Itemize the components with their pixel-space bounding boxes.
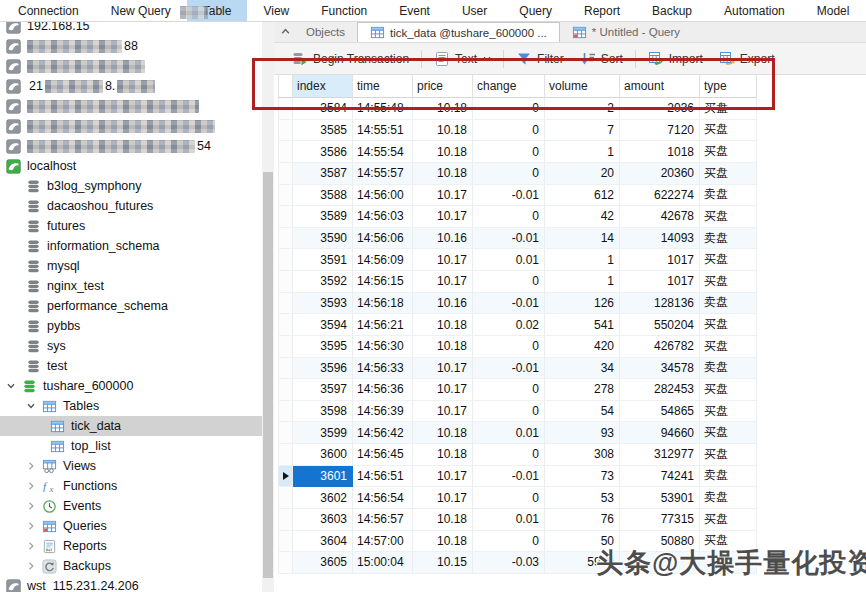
- row-selector-current[interactable]: [278, 466, 293, 488]
- cell-amount-3598[interactable]: 54865: [620, 401, 700, 423]
- cell-time-3602[interactable]: 14:56:54: [353, 487, 413, 509]
- cell-price-3590[interactable]: 10.16: [413, 228, 473, 250]
- cell-time-3590[interactable]: 14:56:06: [353, 228, 413, 250]
- cell-index-3596[interactable]: 3596: [293, 358, 353, 380]
- column-header-volume[interactable]: volume: [545, 75, 620, 98]
- cell-index-3584[interactable]: 3584: [293, 98, 353, 120]
- cell-volume-3590[interactable]: 14: [545, 228, 620, 250]
- cell-price-3586[interactable]: 10.18: [413, 141, 473, 163]
- cell-amount-3600[interactable]: 312977: [620, 444, 700, 466]
- cell-time-3594[interactable]: 14:56:21: [353, 314, 413, 336]
- cell-type-3593[interactable]: 卖盘: [700, 293, 757, 315]
- cell-change-3596[interactable]: -0.01: [473, 358, 545, 380]
- cell-index-3599[interactable]: 3599: [293, 422, 353, 444]
- cell-time-3585[interactable]: 14:55:51: [353, 120, 413, 142]
- cell-time-3591[interactable]: 14:56:09: [353, 249, 413, 271]
- row-selector[interactable]: [278, 422, 293, 444]
- cell-change-3590[interactable]: -0.01: [473, 228, 545, 250]
- import-button[interactable]: Import: [640, 47, 711, 71]
- cell-time-3598[interactable]: 14:56:39: [353, 401, 413, 423]
- cell-price-3594[interactable]: 10.18: [413, 314, 473, 336]
- cell-time-3603[interactable]: 14:56:57: [353, 509, 413, 531]
- cell-price-3584[interactable]: 10.18: [413, 98, 473, 120]
- cell-amount-3599[interactable]: 94660: [620, 422, 700, 444]
- caret-down-icon[interactable]: [483, 56, 491, 62]
- cell-price-3605[interactable]: 10.15: [413, 552, 473, 574]
- cell-volume-3585[interactable]: 7: [545, 120, 620, 142]
- cell-change-3591[interactable]: 0.01: [473, 249, 545, 271]
- cell-price-3604[interactable]: 10.18: [413, 531, 473, 553]
- cell-volume-3591[interactable]: 1: [545, 249, 620, 271]
- sidebar-item-pybbs[interactable]: pybbs: [0, 316, 262, 336]
- menu-item-model[interactable]: Model: [801, 0, 866, 21]
- row-selector[interactable]: [278, 379, 293, 401]
- cell-time-3587[interactable]: 14:55:57: [353, 163, 413, 185]
- cell-volume-3592[interactable]: 1: [545, 271, 620, 293]
- cell-type-3590[interactable]: 卖盘: [700, 228, 757, 250]
- cell-index-3597[interactable]: 3597: [293, 379, 353, 401]
- cell-price-3591[interactable]: 10.17: [413, 249, 473, 271]
- column-header-amount[interactable]: amount: [620, 75, 700, 98]
- text-button[interactable]: Text: [426, 47, 499, 71]
- cell-change-3604[interactable]: 0: [473, 531, 545, 553]
- cell-index-3586[interactable]: 3586: [293, 141, 353, 163]
- sidebar-item-backups[interactable]: Backups: [0, 556, 262, 576]
- cell-index-3598[interactable]: 3598: [293, 401, 353, 423]
- sidebar-item-b3log-symphony[interactable]: b3log_symphony: [0, 176, 262, 196]
- chevron-right-icon[interactable]: [26, 541, 42, 551]
- cell-index-3593[interactable]: 3593: [293, 293, 353, 315]
- chevron-right-icon[interactable]: [26, 501, 42, 511]
- menu-item-event[interactable]: Event: [383, 0, 446, 21]
- cell-time-3596[interactable]: 14:56:33: [353, 358, 413, 380]
- tab-untitled-query[interactable]: * Untitled - Query: [560, 22, 692, 42]
- cell-time-3584[interactable]: 14:55:48: [353, 98, 413, 120]
- row-selector[interactable]: [278, 293, 293, 315]
- sidebar-item-views[interactable]: Views: [0, 456, 262, 476]
- row-selector[interactable]: [278, 401, 293, 423]
- cell-volume-3598[interactable]: 54: [545, 401, 620, 423]
- row-selector[interactable]: [278, 206, 293, 228]
- cell-time-3588[interactable]: 14:56:00: [353, 185, 413, 207]
- cell-amount-3588[interactable]: 622274: [620, 185, 700, 207]
- cell-amount-3585[interactable]: 7120: [620, 120, 700, 142]
- column-header-time[interactable]: time: [353, 75, 413, 98]
- cell-volume-3595[interactable]: 420: [545, 336, 620, 358]
- cell-time-3593[interactable]: 14:56:18: [353, 293, 413, 315]
- sidebar-item-censored[interactable]: 218.: [0, 76, 262, 96]
- sidebar-item-top-list[interactable]: top_list: [0, 436, 262, 456]
- sidebar-item-censored[interactable]: [0, 116, 262, 136]
- collapse-tabs-button[interactable]: [276, 22, 294, 42]
- sidebar-item-reports[interactable]: Reports: [0, 536, 262, 556]
- cell-change-3600[interactable]: 0: [473, 444, 545, 466]
- cell-index-3594[interactable]: 3594: [293, 314, 353, 336]
- cell-price-3600[interactable]: 10.18: [413, 444, 473, 466]
- cell-index-3589[interactable]: 3589: [293, 206, 353, 228]
- sort-button[interactable]: Sort: [572, 47, 631, 71]
- row-selector[interactable]: [278, 552, 293, 574]
- sidebar-item-queries[interactable]: Queries: [0, 516, 262, 536]
- menu-item-report[interactable]: Report: [568, 0, 636, 21]
- cell-type-3594[interactable]: 买盘: [700, 314, 757, 336]
- cell-price-3597[interactable]: 10.17: [413, 379, 473, 401]
- cell-price-3588[interactable]: 10.17: [413, 185, 473, 207]
- row-selector[interactable]: [278, 531, 293, 553]
- cell-price-3585[interactable]: 10.18: [413, 120, 473, 142]
- cell-type-3598[interactable]: 买盘: [700, 401, 757, 423]
- cell-amount-3592[interactable]: 1017: [620, 271, 700, 293]
- cell-change-3602[interactable]: 0: [473, 487, 545, 509]
- cell-type-3603[interactable]: 买盘: [700, 509, 757, 531]
- row-selector[interactable]: [278, 314, 293, 336]
- sidebar-item-censored[interactable]: [0, 96, 262, 116]
- cell-time-3589[interactable]: 14:56:03: [353, 206, 413, 228]
- cell-time-3592[interactable]: 14:56:15: [353, 271, 413, 293]
- cell-index-3590[interactable]: 3590: [293, 228, 353, 250]
- cell-amount-3596[interactable]: 34578: [620, 358, 700, 380]
- row-selector[interactable]: [278, 163, 293, 185]
- cell-change-3595[interactable]: 0: [473, 336, 545, 358]
- cell-time-3586[interactable]: 14:55:54: [353, 141, 413, 163]
- column-header-type[interactable]: type: [700, 75, 757, 98]
- cell-time-3600[interactable]: 14:56:45: [353, 444, 413, 466]
- cell-index-3604[interactable]: 3604: [293, 531, 353, 553]
- sidebar-item-events[interactable]: Events: [0, 496, 262, 516]
- cell-volume-3584[interactable]: 2: [545, 98, 620, 120]
